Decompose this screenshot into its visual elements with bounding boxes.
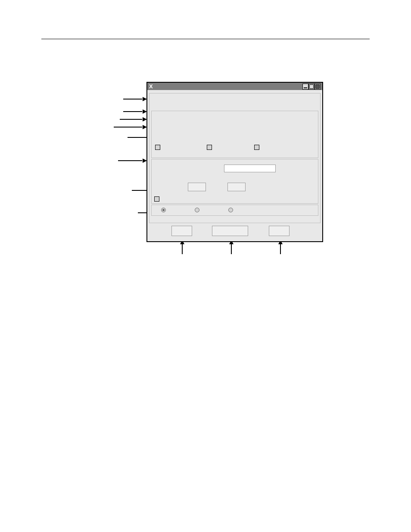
callout-arrow-6 [118, 159, 146, 163]
numeric-input-1[interactable] [188, 183, 206, 191]
checkbox-4[interactable] [154, 196, 159, 202]
callout-arrow-3 [120, 117, 146, 121]
radio-option-1[interactable] [161, 208, 166, 212]
system-menu-icon[interactable]: X [149, 83, 153, 90]
callout-arrow-2 [123, 109, 146, 114]
minimize-button[interactable] [302, 84, 308, 90]
callout-arrow-4 [114, 125, 146, 129]
callout-arrow-1 [123, 97, 146, 101]
groupbox-2 [151, 159, 318, 204]
radio-option-3[interactable] [228, 208, 233, 212]
application-window: X [146, 82, 323, 242]
button-bar [147, 226, 322, 239]
maximize-button[interactable] [308, 84, 314, 90]
checkbox-2[interactable] [207, 145, 212, 150]
groupbox-1 [151, 111, 318, 158]
window-titlebar[interactable]: X [147, 83, 322, 90]
checkbox-1[interactable] [155, 145, 160, 150]
close-button[interactable] [314, 84, 321, 90]
action-button-3[interactable] [269, 226, 290, 236]
radio-option-2[interactable] [195, 208, 199, 212]
document-page: X [0, 0, 411, 532]
client-area [149, 93, 321, 223]
numeric-input-2[interactable] [227, 183, 246, 191]
callout-arrow-button-3 [278, 240, 283, 254]
checkbox-3[interactable] [254, 145, 259, 150]
text-input[interactable] [224, 165, 276, 172]
groupbox-3 [151, 205, 318, 216]
callout-arrow-button-1 [180, 240, 184, 254]
callout-arrow-button-2 [229, 240, 234, 254]
action-button-1[interactable] [171, 226, 192, 236]
action-button-2[interactable] [212, 226, 248, 236]
page-rule [41, 39, 370, 39]
